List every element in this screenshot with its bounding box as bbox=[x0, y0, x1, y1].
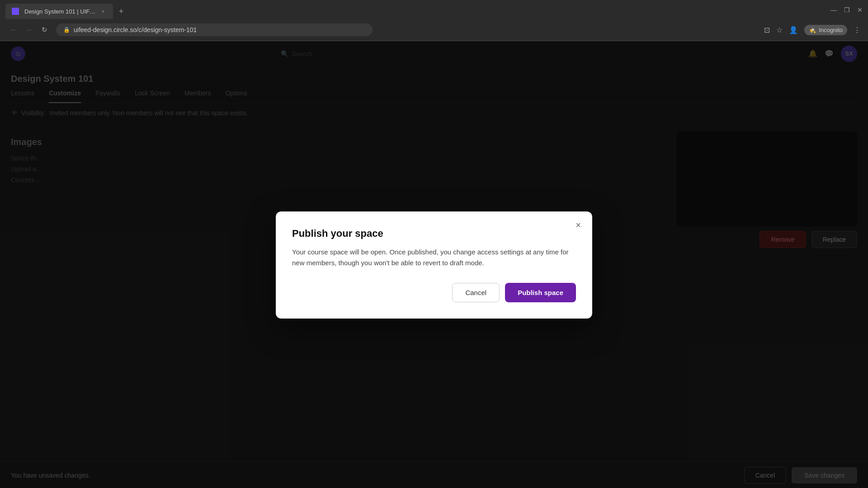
browser-tab-active[interactable]: Design System 101 | UIFeed Des… × bbox=[5, 4, 113, 19]
tab-bar: Design System 101 | UIFeed Des… × + — ❐ … bbox=[0, 0, 868, 19]
lock-icon: 🔒 bbox=[63, 27, 70, 33]
tab-title: Design System 101 | UIFeed Des… bbox=[24, 8, 97, 15]
navigation-bar: ← → ↻ 🔒 uifeed-design.circle.so/c/design… bbox=[0, 19, 868, 41]
publish-modal: × Publish your space Your course space w… bbox=[276, 211, 592, 319]
modal-close-button[interactable]: × bbox=[571, 219, 585, 232]
bookmark-icon[interactable]: ☆ bbox=[776, 26, 783, 34]
modal-cancel-button[interactable]: Cancel bbox=[452, 283, 500, 302]
cast-icon[interactable]: ⊡ bbox=[764, 26, 770, 34]
address-bar[interactable]: 🔒 uifeed-design.circle.so/c/design-syste… bbox=[56, 23, 373, 36]
app-content: ⊙ 🔍 Search 🔔 💬 SX Design System 101 Less… bbox=[0, 41, 868, 488]
maximize-button[interactable]: ❐ bbox=[844, 6, 850, 14]
incognito-icon: 🕵 bbox=[809, 27, 816, 33]
new-tab-button[interactable]: + bbox=[115, 5, 127, 18]
window-controls: — ❐ ✕ bbox=[830, 6, 863, 16]
profile-icon[interactable]: 👤 bbox=[789, 26, 798, 34]
forward-button[interactable]: → bbox=[23, 23, 35, 36]
modal-publish-button[interactable]: Publish space bbox=[505, 283, 576, 302]
close-window-button[interactable]: ✕ bbox=[857, 6, 863, 14]
browser-chrome: Design System 101 | UIFeed Des… × + — ❐ … bbox=[0, 0, 868, 41]
modal-actions: Cancel Publish space bbox=[292, 283, 576, 302]
incognito-button[interactable]: 🕵 Incognito bbox=[804, 25, 847, 35]
modal-body-text: Your course space will be open. Once pub… bbox=[292, 247, 576, 268]
incognito-label: Incognito bbox=[819, 27, 843, 33]
menu-icon[interactable]: ⋮ bbox=[854, 26, 861, 34]
modal-title: Publish your space bbox=[292, 228, 576, 239]
url-text: uifeed-design.circle.so/c/design-system-… bbox=[74, 26, 197, 33]
nav-right-icons: ⊡ ☆ 👤 🕵 Incognito ⋮ bbox=[764, 25, 861, 35]
nav-arrows: ← → ↻ bbox=[7, 23, 51, 36]
refresh-button[interactable]: ↻ bbox=[38, 23, 51, 36]
minimize-button[interactable]: — bbox=[830, 6, 837, 14]
tab-close-button[interactable]: × bbox=[99, 8, 107, 15]
modal-overlay[interactable]: × Publish your space Your course space w… bbox=[0, 41, 868, 488]
back-button[interactable]: ← bbox=[7, 23, 20, 36]
tab-favicon bbox=[12, 8, 19, 15]
